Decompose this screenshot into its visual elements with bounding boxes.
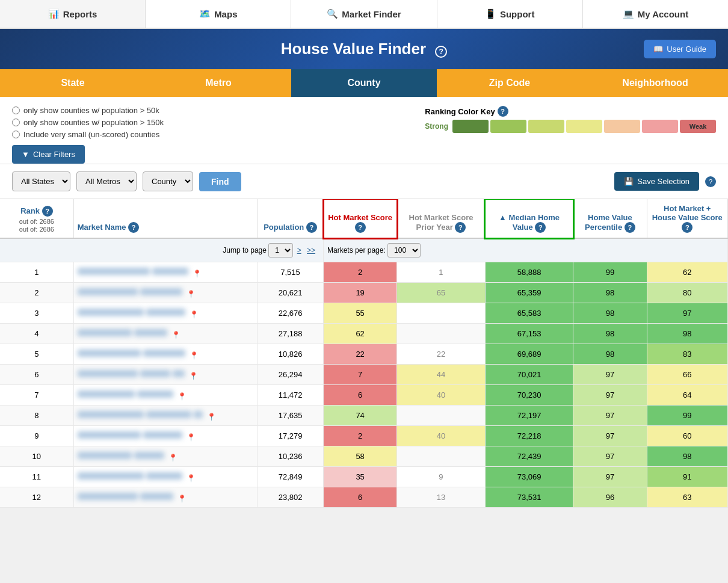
col-population: Population ?	[258, 199, 324, 238]
table-row: 4 📍27,1886267,1539898	[0, 324, 728, 344]
pin-icon: 📍	[190, 351, 199, 360]
color-key-5	[604, 120, 640, 133]
data-table: Rank ? out of: 2686 out of: 2686 Market …	[0, 199, 728, 508]
save-selection-button[interactable]: 💾 Save Selection	[614, 172, 699, 191]
metro-select[interactable]: All Metros	[76, 171, 137, 191]
hero-title: House Value Finder ?	[281, 40, 448, 58]
top-nav: 📊Reports🗺️Maps🔍Market Finder📱Support💻My …	[0, 0, 728, 29]
col-hv-percentile: Home Value Percentile ?	[573, 199, 647, 238]
color-key-help[interactable]: ?	[498, 106, 508, 117]
clear-filters-button[interactable]: ▼ Clear Filters	[12, 145, 85, 164]
radio-150k[interactable]: only show counties w/ population > 150k	[12, 118, 164, 127]
filter-icon: ▼	[22, 150, 29, 159]
pin-icon: 📍	[187, 474, 196, 483]
nav-icon: 🗺️	[199, 8, 211, 19]
nav-item-reports[interactable]: 📊Reports	[0, 0, 146, 28]
table-row: 6 📍26,29474470,0219766	[0, 365, 728, 385]
pop-help[interactable]: ?	[306, 222, 317, 233]
pin-icon: 📍	[168, 454, 177, 462]
save-icon: 💾	[624, 177, 634, 186]
table-row: 12 📍23,80261373,5319663	[0, 487, 728, 508]
nav-icon: 📱	[485, 8, 496, 19]
tab-neighborhood[interactable]: Neighborhood	[582, 69, 728, 97]
state-select[interactable]: All States	[12, 171, 70, 191]
find-button[interactable]: Find	[199, 172, 241, 191]
color-key-strong	[452, 120, 489, 133]
color-key-2	[490, 120, 526, 133]
tab-zip-code[interactable]: Zip Code	[437, 69, 582, 97]
table-row: 9 📍17,27924072,2189760	[0, 426, 728, 446]
pin-icon: 📍	[177, 495, 187, 503]
radio-50k[interactable]: only show counties w/ population > 50k	[12, 106, 164, 115]
tab-county[interactable]: County	[291, 69, 437, 97]
hot-prior-help[interactable]: ?	[455, 222, 466, 233]
col-hot-market-score: Hot Market Score ?	[324, 199, 397, 238]
book-icon: 📖	[653, 45, 663, 54]
col-hot-hv-score: Hot Market + House Value Score ?	[647, 199, 727, 238]
pin-icon: 📍	[189, 372, 198, 380]
color-key-6	[642, 120, 678, 133]
per-page-select[interactable]: 100	[387, 243, 421, 258]
nav-icon: 📊	[48, 8, 60, 19]
pin-icon: 📍	[190, 310, 199, 319]
table-row: 10 📍10,2365872,4399798	[0, 446, 728, 467]
pin-icon: 📍	[193, 270, 202, 278]
pin-icon: 📍	[187, 290, 196, 298]
nav-item-support[interactable]: 📱Support	[437, 0, 583, 28]
nav-item-maps[interactable]: 🗺️Maps	[146, 0, 291, 28]
tab-bar: StateMetroCountyZip CodeNeighborhood	[0, 69, 728, 97]
table-row: 2 📍20,621196565,3599880	[0, 283, 728, 303]
table-row: 1 📍7,5152158,8889962	[0, 262, 728, 283]
table-row: 5 📍10,826222269,6899883	[0, 344, 728, 365]
col-market-name: Market Name ?	[73, 199, 257, 238]
user-guide-button[interactable]: 📖 User Guide	[644, 40, 716, 58]
filters-section: only show counties w/ population > 50k o…	[12, 106, 164, 164]
page-select[interactable]: 1	[268, 243, 293, 258]
pin-icon: 📍	[177, 392, 187, 401]
color-key-section: Ranking Color Key ? Strong Weak	[425, 106, 716, 139]
hot-help[interactable]: ?	[355, 222, 366, 233]
table-row: 8 📍17,6357472,1979799	[0, 406, 728, 426]
data-table-container: Rank ? out of: 2686 out of: 2686 Market …	[0, 199, 728, 508]
col-median-home-value: ▲ Median Home Value ?	[485, 199, 573, 238]
county-select[interactable]: County	[143, 171, 193, 191]
color-key-4	[566, 120, 602, 133]
nav-icon: 🔍	[327, 8, 338, 19]
last-page-link[interactable]: >>	[307, 246, 315, 254]
table-row: 3 📍22,6765565,5839897	[0, 303, 728, 324]
hot-hv-help[interactable]: ?	[682, 222, 693, 233]
hv-pct-help[interactable]: ?	[625, 222, 635, 233]
pagination-row: Jump to page 1 > >> Markets per page: 10…	[0, 238, 728, 262]
rank-help[interactable]: ?	[42, 206, 53, 217]
nav-item-my-account[interactable]: 💻My Account	[583, 0, 728, 28]
pin-icon: 📍	[171, 331, 180, 339]
nav-item-market-finder[interactable]: 🔍Market Finder	[291, 0, 437, 28]
color-key-weak: Weak	[680, 120, 716, 133]
name-help[interactable]: ?	[128, 222, 139, 233]
next-page-link[interactable]: >	[297, 246, 301, 254]
table-header-row: Rank ? out of: 2686 out of: 2686 Market …	[0, 199, 728, 238]
radio-small[interactable]: Include very small (un-scored) counties	[12, 130, 164, 139]
hero-help-icon[interactable]: ?	[435, 46, 447, 58]
strong-label: Strong	[425, 122, 448, 131]
save-help-icon[interactable]: ?	[705, 176, 716, 187]
pin-icon: 📍	[207, 413, 216, 421]
pin-icon: 📍	[187, 433, 196, 442]
col-hot-market-prior: Hot Market Score Prior Year ?	[397, 199, 486, 238]
nav-icon: 💻	[623, 8, 634, 19]
selects-row: All States All Metros County Find 💾 Save…	[0, 164, 728, 199]
median-help[interactable]: ?	[535, 222, 546, 233]
hero-banner: House Value Finder ? 📖 User Guide	[0, 29, 728, 69]
table-row: 7 📍11,47264070,2309764	[0, 385, 728, 406]
tab-state[interactable]: State	[0, 69, 146, 97]
tab-metro[interactable]: Metro	[146, 69, 291, 97]
color-key-3	[528, 120, 564, 133]
table-row: 11 📍72,84935973,0699791	[0, 467, 728, 487]
col-rank: Rank ? out of: 2686 out of: 2686	[0, 199, 73, 238]
